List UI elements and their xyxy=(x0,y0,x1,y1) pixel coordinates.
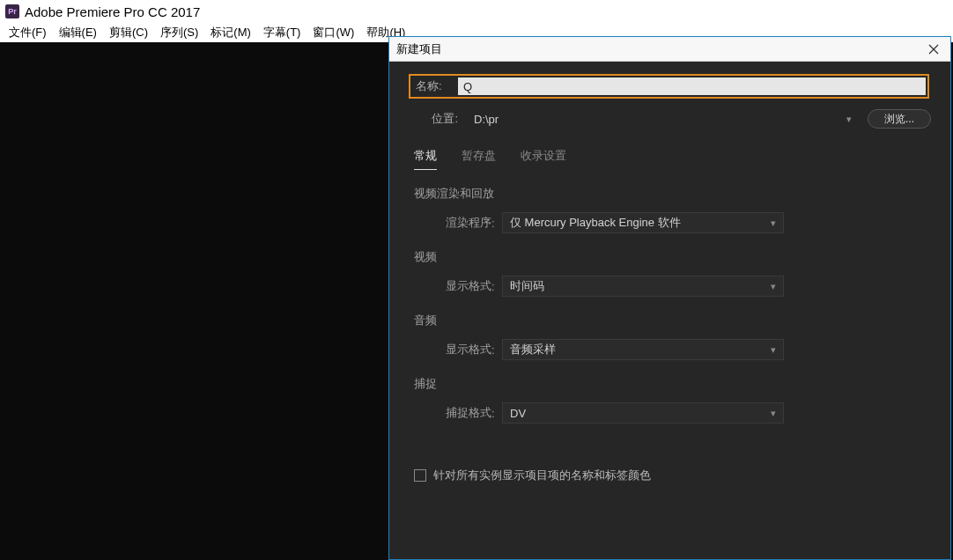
tab-general[interactable]: 常规 xyxy=(414,148,437,170)
chevron-down-icon: ▾ xyxy=(771,344,776,356)
section-capture-title: 捕捉 xyxy=(414,376,931,392)
menu-edit[interactable]: 编辑(E) xyxy=(54,25,102,41)
dialog-body: 名称: 位置: D:\pr ▾ 浏览... 常规 暂存盘 收录设置 视频渲染和 xyxy=(389,62,950,483)
titlebar: Pr Adobe Premiere Pro CC 2017 xyxy=(0,0,953,23)
name-label: 名称: xyxy=(416,78,458,94)
capture-format-value: DV xyxy=(510,407,526,420)
app-icon-text: Pr xyxy=(8,8,17,16)
section-audio-title: 音频 xyxy=(414,313,931,328)
dialog-titlebar: 新建项目 xyxy=(389,37,950,62)
app-icon: Pr xyxy=(5,4,19,18)
chevron-down-icon: ▾ xyxy=(771,408,776,419)
menu-sequence[interactable]: 序列(S) xyxy=(155,25,203,41)
show-names-checkbox[interactable] xyxy=(414,469,426,482)
capture-format-select[interactable]: DV ▾ xyxy=(502,402,784,424)
menu-clip[interactable]: 剪辑(C) xyxy=(104,25,153,41)
section-render-title: 视频渲染和回放 xyxy=(414,186,931,202)
app-title: Adobe Premiere Pro CC 2017 xyxy=(25,4,200,19)
menu-title[interactable]: 字幕(T) xyxy=(258,25,307,41)
location-row: 位置: D:\pr ▾ 浏览... xyxy=(409,109,931,129)
video-format-select[interactable]: 时间码 ▾ xyxy=(502,276,784,297)
capture-format-label: 捕捉格式 xyxy=(432,405,491,421)
audio-format-select[interactable]: 音频采样 ▾ xyxy=(502,339,784,360)
tab-ingest[interactable]: 收录设置 xyxy=(521,148,566,170)
location-value: D:\pr xyxy=(474,113,499,126)
render-select[interactable]: 仅 Mercury Playback Engine 软件 ▾ xyxy=(502,212,784,233)
tab-scratch[interactable]: 暂存盘 xyxy=(462,148,496,170)
new-project-dialog: 新建项目 名称: 位置: D:\pr ▾ 浏览... 常 xyxy=(388,36,951,560)
chevron-down-icon: ▾ xyxy=(771,281,776,292)
video-format-value: 时间码 xyxy=(510,278,544,294)
menu-file[interactable]: 文件(F) xyxy=(4,25,52,41)
show-names-checkbox-row: 针对所有实例显示项目项的名称和标签颜色 xyxy=(409,468,931,483)
audio-format-label: 显示格式 xyxy=(432,342,491,357)
project-name-input[interactable] xyxy=(458,77,926,95)
menu-marker[interactable]: 标记(M) xyxy=(205,25,256,41)
name-field-highlight: 名称: xyxy=(409,74,929,99)
section-video-title: 视频 xyxy=(414,249,931,265)
render-value: 仅 Mercury Playback Engine 软件 xyxy=(510,215,681,231)
section-video: 视频 显示格式 : 时间码 ▾ xyxy=(409,249,931,297)
video-format-label: 显示格式 xyxy=(432,278,491,294)
close-icon[interactable] xyxy=(926,41,942,57)
chevron-down-icon: ▾ xyxy=(846,114,852,125)
section-render: 视频渲染和回放 渲染程序 : 仅 Mercury Playback Engine… xyxy=(409,186,931,233)
dialog-tabs: 常规 暂存盘 收录设置 xyxy=(409,148,931,170)
browse-button[interactable]: 浏览... xyxy=(868,109,931,129)
show-names-label: 针对所有实例显示项目项的名称和标签颜色 xyxy=(433,468,651,483)
menu-window[interactable]: 窗口(W) xyxy=(307,25,359,41)
section-capture: 捕捉 捕捉格式 : DV ▾ xyxy=(409,376,931,424)
render-label: 渲染程序 xyxy=(432,215,491,231)
app-window: Pr Adobe Premiere Pro CC 2017 文件(F) 编辑(E… xyxy=(0,0,953,560)
section-audio: 音频 显示格式 : 音频采样 ▾ xyxy=(409,313,931,360)
location-dropdown[interactable]: D:\pr ▾ xyxy=(467,109,859,129)
chevron-down-icon: ▾ xyxy=(771,217,776,229)
audio-format-value: 音频采样 xyxy=(510,342,556,357)
location-label: 位置: xyxy=(409,111,458,127)
dialog-title: 新建项目 xyxy=(396,41,442,57)
